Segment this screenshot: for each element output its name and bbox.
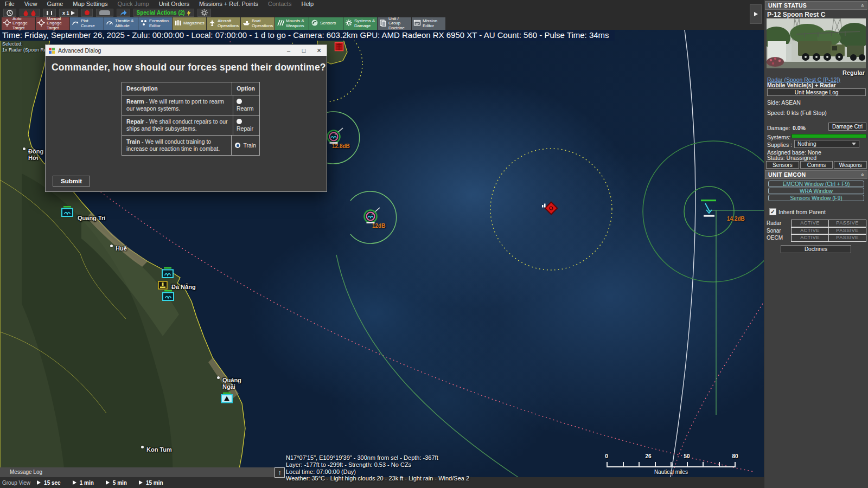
clock-icon <box>7 10 13 16</box>
menu-bar: FileViewGameMap SettingsQuick JumpUnit O… <box>0 0 868 8</box>
minimize-button[interactable]: – <box>281 45 296 56</box>
time-status-bar: Time: Friday, September 26, 2025 - Zulu:… <box>0 30 615 41</box>
time-step-5-min[interactable]: 5 min <box>106 480 127 486</box>
menu-help[interactable]: Help <box>296 0 318 8</box>
city-dot <box>217 376 220 379</box>
sam-symbol[interactable] <box>220 393 233 406</box>
dialog-title: Advanced Dialog <box>58 47 281 54</box>
toolbar-formation-editor[interactable]: FormationEditor <box>138 17 172 30</box>
sidebar-collapse-button[interactable] <box>750 4 762 24</box>
toolbar-throttle-altitude[interactable]: Throttle &Altitude <box>104 17 138 30</box>
message-log-bar[interactable]: Message Log <box>0 467 278 477</box>
supplies-dropdown[interactable]: Nothing <box>794 140 859 148</box>
radio-button[interactable] <box>237 119 242 124</box>
unit-status-title: UNIT STATUS <box>768 2 807 9</box>
pause-button[interactable] <box>43 9 56 17</box>
toolbar-manual-engage-target[interactable]: ManualEngage Target <box>36 17 69 30</box>
toolbar-aircraft-operations[interactable]: AircraftOperations <box>207 17 240 30</box>
toolbar-mounts-weapons[interactable]: Mounts &Weapons <box>275 17 309 30</box>
emcon-oecm-passive[interactable]: PASSIVE <box>828 234 866 242</box>
intensity-button[interactable] <box>20 9 40 17</box>
unit-tab-comms[interactable]: Comms <box>800 161 833 169</box>
chevron-down-icon <box>852 143 856 145</box>
toolbar-sensors[interactable]: Sensors <box>309 17 343 30</box>
unit-status-header[interactable]: UNIT STATUS » <box>765 1 867 10</box>
radio-option-repair[interactable]: Repair <box>233 115 259 135</box>
radar-vehicle-symbol[interactable] <box>161 267 175 281</box>
lightning-icon <box>187 10 191 16</box>
doctrines-button[interactable]: Doctrines <box>781 245 851 253</box>
toolbar-auto-engage-target[interactable]: Auto EngageTarget <box>2 17 35 30</box>
hostile-square-symbol[interactable] <box>334 42 344 54</box>
time-step-15-sec[interactable]: 15 sec <box>37 480 61 486</box>
play-icon <box>73 480 76 485</box>
toolbar-plot-course[interactable]: Plot Course <box>70 17 104 30</box>
time-step-15-min[interactable]: 15 min <box>139 480 163 486</box>
wra-window-button[interactable]: WRA Window <box>768 188 864 194</box>
emcon-radar-passive[interactable]: PASSIVE <box>828 220 866 227</box>
menu-unit-orders[interactable]: Unit Orders <box>154 0 194 8</box>
time-compression-button[interactable]: x 1 <box>59 9 78 17</box>
menu-missions-ref-points[interactable]: Missions + Ref. Points <box>194 0 263 8</box>
time-step-1-min[interactable]: 1 min <box>73 480 94 486</box>
emcon-radar-active[interactable]: ACTIVE <box>791 220 829 227</box>
radio-option-train[interactable]: Train <box>232 136 259 155</box>
record-button[interactable] <box>81 9 93 17</box>
clock-button[interactable] <box>3 9 16 17</box>
toolbar-systems-damage[interactable]: Systems &Damage <box>343 17 377 30</box>
toolbar-boat-operations[interactable]: BoatOperations <box>241 17 275 30</box>
radar-vehicle-symbol[interactable] <box>61 206 75 220</box>
ship-sensor-symbol[interactable] <box>697 199 722 224</box>
jump-button[interactable] <box>117 9 130 17</box>
unit-name: P-12 Spoon Rest C <box>767 11 825 18</box>
hostile-diamond-symbol[interactable] <box>540 200 562 219</box>
magazines-icon <box>174 19 182 29</box>
close-button[interactable]: ✕ <box>311 45 327 56</box>
map-scale-bar: 0265080 Nautical miles <box>607 453 736 475</box>
unit-tab-weapons[interactable]: Weapons <box>834 161 867 169</box>
emcon-sonar-active[interactable]: ACTIVE <box>791 227 829 235</box>
toolbar-mission-editor[interactable]: MissionEditor <box>412 17 445 30</box>
radio-option-rearm[interactable]: Rearm <box>233 95 259 115</box>
menu-map-settings[interactable]: Map Settings <box>68 0 112 8</box>
scale-labels: 0265080 <box>607 453 736 460</box>
unit-message-log-button[interactable]: Unit Message Log <box>767 88 866 96</box>
city-label-kon-tum: Kon Tum <box>146 446 184 453</box>
group-view-label[interactable]: Group View <box>2 480 30 486</box>
emcon-oecm-active[interactable]: ACTIVE <box>791 234 829 242</box>
record-icon <box>85 10 90 15</box>
menu-contacts[interactable]: Contacts <box>263 0 296 8</box>
menu-file[interactable]: File <box>0 0 20 8</box>
recorder-button[interactable] <box>96 9 113 17</box>
expand-message-log-button[interactable]: ↑ <box>275 467 285 478</box>
flame-icon <box>23 10 29 16</box>
time-step-buttons: 15 sec1 min5 min15 min <box>37 480 175 486</box>
radar-vehicle-symbol[interactable] <box>162 290 176 304</box>
radio-button[interactable] <box>237 99 242 104</box>
city-dot <box>110 245 113 247</box>
dialog-table: DescriptionOptionRearm - We will return … <box>122 82 260 156</box>
toolbar-unit-group-doctrine[interactable]: Unit / GroupDoctrine <box>378 17 411 30</box>
damage-ctrl-button[interactable]: Damage Ctrl <box>828 123 866 131</box>
inherit-checkbox[interactable]: ✓ <box>769 208 776 215</box>
unit-tab-buttons: SensorsCommsWeapons <box>766 161 867 169</box>
damage-value: 0.0% <box>793 125 806 131</box>
sensors-window-f9-button[interactable]: Sensors Window (F9) <box>768 195 864 201</box>
settings-button[interactable] <box>197 9 211 17</box>
emcon-sonar-passive[interactable]: PASSIVE <box>828 227 866 235</box>
toolbar-magazines[interactable]: Magazines <box>173 17 206 30</box>
unit-tab-sensors[interactable]: Sensors <box>766 161 799 169</box>
submit-button[interactable]: Submit <box>53 176 90 187</box>
sea-sensor-symbol[interactable] <box>355 203 386 232</box>
emcon-window-ctrl-f9-button[interactable]: EMCON Window (Ctrl + F9) <box>768 181 864 187</box>
menu-game[interactable]: Game <box>42 0 68 8</box>
maximize-button[interactable]: □ <box>296 45 311 56</box>
radio-button[interactable] <box>235 143 240 148</box>
unit-emcon-header[interactable]: UNIT EMCON » <box>765 170 867 179</box>
menu-quick-jump[interactable]: Quick Jump <box>113 0 154 8</box>
special-actions-label: Special Actions (2) <box>137 10 185 16</box>
status-label: Status: Unassigned <box>767 155 816 161</box>
dialog-title-bar[interactable]: Advanced Dialog – □ ✕ <box>46 45 327 56</box>
special-actions-button[interactable]: Special Actions (2) <box>133 9 194 17</box>
menu-view[interactable]: View <box>20 0 42 8</box>
